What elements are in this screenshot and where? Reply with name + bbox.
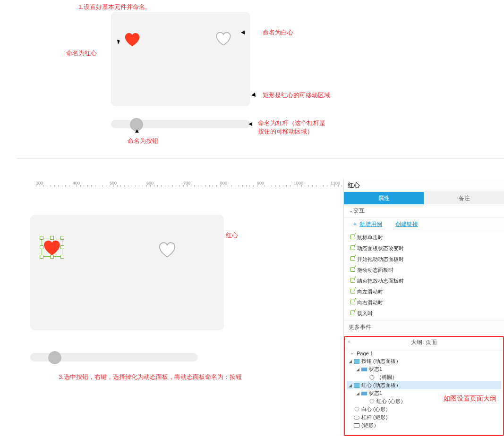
anno-red-heart: 命名为红心 — [66, 49, 97, 58]
outline-panel: « 大纲: 页面 ▫Page 1 ◢按钮 (动态面板） ◢状态1 （椭圆） ◢红… — [344, 336, 504, 436]
tree-btn-panel[interactable]: ◢按钮 (动态面板） — [347, 357, 501, 365]
resize-handle[interactable] — [40, 245, 43, 249]
resize-handle[interactable] — [60, 255, 64, 259]
ellipse-icon — [368, 375, 375, 380]
event-item[interactable]: 拖动动态面板时 — [357, 265, 504, 276]
arrow-icon — [133, 127, 141, 138]
svg-marker-9 — [248, 122, 252, 126]
divider — [17, 158, 504, 159]
rounded-rect-icon — [353, 415, 360, 420]
resize-handle[interactable] — [40, 255, 43, 259]
canvas-area[interactable]: 2.选中红心，右键，选择转化为动态面板，将动态面板命名为：红心 — [17, 189, 344, 436]
tree-ellipse[interactable]: （椭圆） — [347, 373, 501, 381]
resize-handle[interactable] — [40, 236, 43, 240]
resize-handle[interactable] — [50, 236, 54, 240]
outline-tree: ▫Page 1 ◢按钮 (动态面板） ◢状态1 （椭圆） ◢红心 (动态面板） … — [345, 348, 503, 430]
heart-outline-icon — [215, 30, 232, 47]
heart-outline-icon — [158, 240, 177, 259]
event-list: 鼠标单击时动态面板状态改变时开始拖动动态面板时拖动动态面板时结束拖放动态面板时向… — [344, 231, 504, 320]
ruler-mark: 1000 — [294, 181, 303, 185]
svg-rect-11 — [361, 368, 367, 371]
anno-white-heart: 命名为白心 — [263, 28, 293, 37]
inspector-panel: 红心 属性 备注 ⌄交互 + 新增用例 创建链接 鼠标单击时动态面板状态改变时开… — [343, 179, 504, 436]
svg-rect-16 — [354, 424, 359, 428]
event-item[interactable]: 向左滑动时 — [357, 286, 504, 297]
tree-red-panel[interactable]: ◢红心 (动态面板） — [347, 381, 501, 389]
ruler-mark: 1100 — [331, 181, 340, 185]
svg-line-0 — [102, 41, 120, 52]
event-item[interactable]: 鼠标单击时 — [357, 232, 504, 243]
svg-marker-7 — [135, 129, 139, 133]
svg-rect-10 — [354, 359, 359, 364]
arrow-icon — [246, 121, 258, 127]
white-heart-widget[interactable] — [215, 30, 232, 47]
svg-rect-13 — [354, 383, 359, 388]
arrow-icon — [99, 37, 128, 56]
tree-page[interactable]: ▫Page 1 — [347, 349, 501, 357]
svg-rect-15 — [354, 416, 359, 419]
arrow-icon — [236, 29, 263, 36]
dynamic-panel-icon — [353, 383, 360, 388]
resize-handle[interactable] — [50, 255, 54, 259]
link-add-case[interactable]: 新增用例 — [359, 221, 382, 227]
rect-icon — [353, 423, 360, 428]
anno-knob: 命名为按钮 — [128, 137, 158, 145]
slider-knob-2[interactable] — [48, 351, 61, 364]
link-create-link[interactable]: 创建链接 — [395, 221, 418, 227]
heart-icon — [42, 238, 62, 257]
tree-rect[interactable]: (矩形） — [347, 421, 501, 429]
anno-bar: 命名为杠杆（这个杠杆是按钮的可移动区域） — [258, 119, 329, 136]
axure-app: 30040050060070080090010001100 2.选中红心，右键，… — [17, 179, 504, 436]
outline-back-icon[interactable]: « — [348, 338, 350, 344]
state-icon — [361, 367, 367, 372]
arrow-icon — [248, 90, 263, 99]
selected-red-heart-panel[interactable] — [42, 238, 62, 257]
anno-rect-area: 矩形是红心的可移动区域 — [263, 91, 330, 100]
resize-handle[interactable] — [60, 245, 64, 249]
event-item[interactable]: 向右滑动时 — [357, 297, 504, 308]
slider-bar-2[interactable] — [30, 353, 198, 361]
svg-rect-14 — [361, 392, 367, 395]
svg-point-12 — [370, 375, 374, 379]
tab-notes[interactable]: 备注 — [424, 192, 504, 204]
ruler: 30040050060070080090010001100 — [17, 179, 344, 189]
page-icon: ▫ — [349, 351, 355, 356]
outline-title: « 大纲: 页面 — [345, 337, 503, 348]
svg-marker-5 — [251, 92, 256, 97]
svg-marker-3 — [241, 31, 245, 34]
plus-icon: + — [353, 221, 357, 227]
selected-widget-name: 红心 — [344, 179, 504, 192]
heart-outline-icon — [353, 407, 360, 412]
svg-marker-1 — [117, 40, 120, 44]
outline-note: 如图设置页面大纲 — [444, 394, 496, 403]
white-heart-widget-2[interactable] — [158, 240, 177, 259]
event-item[interactable]: 动态面板状态改变时 — [357, 243, 504, 254]
event-item[interactable]: 载入时 — [357, 308, 504, 319]
slider-bar[interactable] — [111, 120, 250, 128]
inspector-tabs: 属性 备注 — [344, 192, 504, 204]
movable-rect-area — [111, 12, 250, 106]
tab-properties[interactable]: 属性 — [344, 192, 424, 204]
event-item[interactable]: 开始拖动动态面板时 — [357, 254, 504, 265]
state-icon — [361, 391, 367, 396]
tree-state1a[interactable]: ◢状态1 — [347, 365, 501, 373]
event-item[interactable]: 结束拖放动态面板时 — [357, 276, 504, 286]
more-events[interactable]: 更多事件 — [344, 320, 504, 335]
step3-text: 3.选中按钮，右键，选择转化为动态面板，将动态面板命名为：按钮 — [59, 373, 242, 381]
tree-white-heart[interactable]: 白心 (心形） — [347, 405, 501, 413]
tree-bar[interactable]: 杠杆 (矩形） — [347, 413, 501, 421]
step1-title: 1.设置好基本元件并命名。 — [78, 3, 151, 11]
resize-handle[interactable] — [60, 236, 64, 240]
dynamic-panel-icon — [353, 359, 360, 364]
movable-rect-area-2[interactable] — [30, 215, 224, 330]
heart-outline-icon — [368, 399, 375, 404]
section-interactions[interactable]: ⌄交互 — [344, 204, 504, 218]
